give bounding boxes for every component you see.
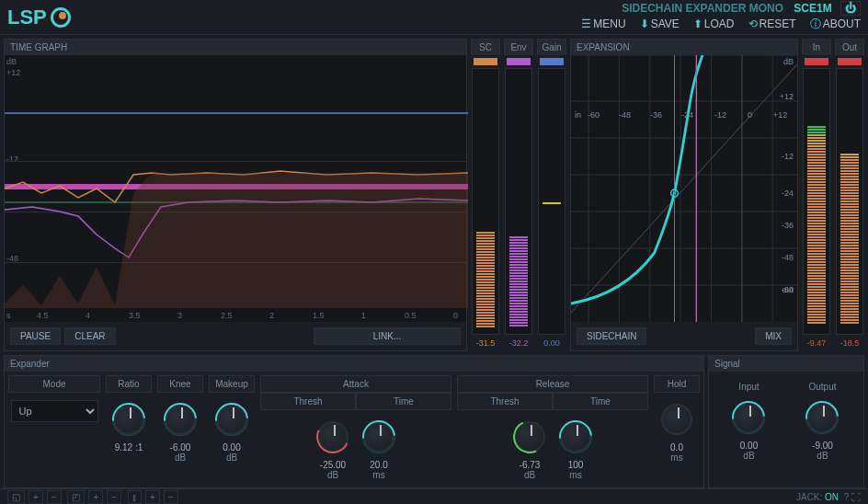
timegraph-display[interactable]: dB +12 -12 -48 s 4.5 4 3.5 3 2.5 2 1.5 1… — [5, 55, 466, 322]
gain-meter-col: Gain 0.00 — [537, 39, 566, 351]
tg-xtick: 4 — [86, 311, 90, 320]
output-knob[interactable] — [806, 402, 838, 433]
release-thresh-head: Thresh — [457, 393, 553, 410]
jack-status: JACK: ON ? ⛶ — [796, 492, 861, 502]
mode-select[interactable]: Up — [11, 400, 98, 422]
reset-icon: ⟲ — [748, 17, 758, 30]
input-knob[interactable] — [733, 402, 764, 433]
about-button[interactable]: ⓘABOUT — [810, 17, 861, 30]
tg-xtick: 4.5 — [37, 311, 49, 320]
header-right: SIDECHAIN EXPANDER MONO SCE1M ⏻ ☰MENU ⬇S… — [570, 2, 861, 32]
logo-icon — [51, 7, 71, 28]
tg-xtick: 2 — [269, 311, 274, 320]
tg-xtick: 0.5 — [405, 311, 417, 320]
hold-knob[interactable] — [661, 404, 692, 435]
exp-ytick: -48 — [782, 253, 794, 262]
tool3-rm[interactable]: − — [164, 490, 178, 504]
release-section: Release Thresh Time -6.73 dB 100 ms — [457, 375, 648, 484]
tool1-add[interactable]: + — [29, 490, 43, 504]
out-swatch[interactable] — [838, 58, 862, 65]
main-row: TIME GRAPH dB +12 -12 -48 s 4.5 4 3.5 3 … — [0, 35, 868, 355]
signal-panel: Signal Input 0.00 dB Output -9.00 dB — [708, 355, 864, 488]
in-swatch[interactable] — [805, 58, 828, 65]
makeup-head: Makeup — [209, 375, 255, 393]
in-meter-col: In -9.47 — [802, 39, 831, 351]
bottom-row: Expander Mode Up Ratio 9.12 :1 Knee -6.0… — [0, 355, 868, 488]
tool1-icon[interactable]: ◱ — [7, 490, 25, 504]
tg-xtick: 1 — [361, 311, 366, 320]
attack-time-value: 20.0 — [370, 460, 387, 470]
makeup-knob[interactable] — [216, 404, 247, 435]
pause-button[interactable]: PAUSE — [10, 327, 61, 345]
exp-ytick: -60 — [782, 285, 794, 294]
env-swatch[interactable] — [507, 58, 531, 65]
save-button[interactable]: ⬇SAVE — [640, 17, 680, 30]
tool1-rm[interactable]: − — [47, 490, 62, 504]
input-head: Input — [733, 379, 764, 395]
output-head: Output — [805, 379, 839, 395]
exp-ytick: -24 — [782, 189, 794, 198]
reset-button[interactable]: ⟲RESET — [748, 17, 796, 30]
tg-xtick: 2.5 — [221, 311, 233, 320]
timegraph-svg — [5, 55, 468, 308]
info-icon: ⓘ — [810, 17, 821, 30]
expander-title: Expander — [5, 356, 703, 372]
sidechain-button[interactable]: SIDECHAIN — [577, 327, 646, 345]
jack-state: ON — [825, 492, 839, 502]
exp-xtick: -36 — [650, 110, 662, 120]
ratio-head: Ratio — [106, 375, 152, 393]
footer-tools: ◱+− ◰+− ⫿+− — [7, 492, 182, 502]
load-button[interactable]: ⬆LOAD — [693, 17, 735, 30]
title-text: SIDECHAIN EXPANDER MONO — [622, 2, 783, 15]
attack-thresh-knob[interactable] — [317, 421, 348, 452]
release-thresh-unit: dB — [524, 470, 535, 480]
env-value: -32.2 — [504, 335, 533, 348]
attack-thresh-value: -25.00 — [320, 460, 346, 470]
release-thresh-knob[interactable] — [514, 421, 545, 452]
env-fill — [509, 235, 528, 332]
makeup-unit: dB — [226, 452, 237, 463]
clear-button[interactable]: CLEAR — [64, 327, 115, 345]
tool3-icon[interactable]: ⫿ — [128, 490, 142, 504]
tg-xunit: s — [6, 311, 11, 320]
gain-swatch[interactable] — [540, 58, 564, 65]
in-value: -9.47 — [802, 335, 831, 348]
attack-section: Attack Thresh Time -25.00 dB 20.0 ms — [260, 375, 451, 484]
input-unit: dB — [743, 451, 754, 461]
expansion-display[interactable]: dB in out -60 -48 -36 -24 -12 0 +12 +12 … — [571, 55, 797, 322]
reset-label: RESET — [760, 17, 796, 30]
knee-knob[interactable] — [165, 404, 196, 435]
help-icon[interactable]: ? — [844, 492, 850, 502]
release-time-value: 100 — [568, 460, 584, 470]
menu-button[interactable]: ☰MENU — [581, 17, 625, 30]
in-meter — [803, 68, 830, 335]
exp-inlabel: in — [575, 110, 581, 120]
sc-label: SC — [471, 39, 500, 55]
tool3-add[interactable]: + — [145, 490, 160, 504]
link-button[interactable]: LINK... — [314, 327, 461, 345]
release-time-head: Time — [553, 393, 648, 410]
plugin-title: SIDECHAIN EXPANDER MONO SCE1M ⏻ — [570, 2, 861, 15]
expand-icon[interactable]: ⛶ — [851, 492, 861, 502]
mix-button[interactable]: MIX — [755, 327, 792, 345]
release-time-unit: ms — [569, 470, 581, 480]
logo-text: LSP — [7, 6, 47, 29]
jack-label: JACK: — [796, 492, 822, 502]
attack-time-knob[interactable] — [363, 421, 394, 452]
timegraph-title: TIME GRAPH — [5, 40, 466, 55]
power-icon[interactable]: ⏻ — [840, 1, 861, 16]
timegraph-buttons: PAUSE CLEAR LINK... — [5, 322, 466, 350]
exp-xtick: 0 — [748, 110, 752, 120]
ratio-value: 9.12 — [115, 442, 132, 452]
tool2-icon[interactable]: ◰ — [67, 490, 85, 504]
tool2-add[interactable]: + — [88, 490, 103, 504]
ratio-section: Ratio 9.12 :1 — [106, 375, 152, 484]
tg-xtick: 0 — [453, 311, 458, 320]
expander-body: Mode Up Ratio 9.12 :1 Knee -6.00 dB Make… — [5, 372, 703, 487]
sc-swatch[interactable] — [474, 58, 497, 65]
tool2-rm[interactable]: − — [107, 490, 121, 504]
ratio-knob[interactable] — [113, 404, 144, 435]
hold-unit: ms — [670, 452, 682, 463]
load-label: LOAD — [704, 17, 735, 30]
release-time-knob[interactable] — [560, 421, 591, 452]
